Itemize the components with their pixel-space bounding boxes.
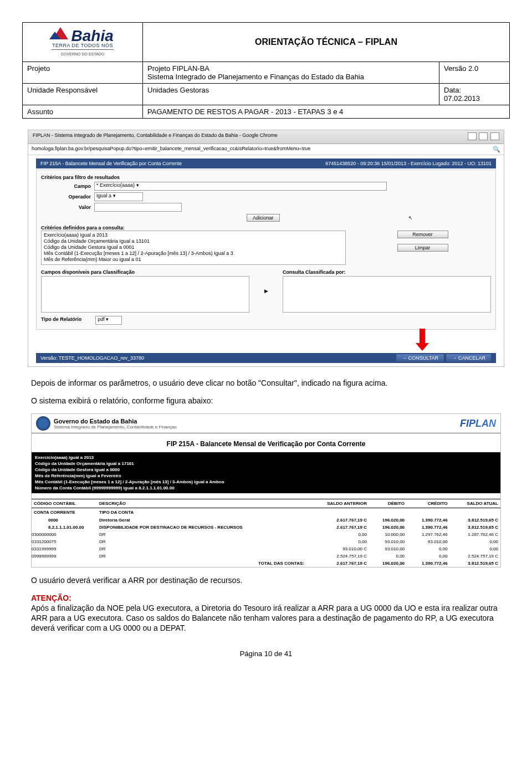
table-row: 0999999999DR2.524.757,19 C0,000,002.524.…	[32, 553, 500, 560]
panel-session-info: 67451438520 - 09:20:36 15/01/2013 - Exer…	[325, 161, 492, 166]
versao-footer: Versão: TESTE_HOMOLOGACAO_rev_33780	[40, 355, 144, 361]
th-descricao: DESCRIÇÃO	[97, 499, 306, 508]
consultar-button[interactable]: → CONSULTAR	[396, 354, 444, 362]
fiplan-logo: FIPLAN	[460, 418, 496, 430]
table-row: 0300000000DR0,0010.000,001.297.762,461.2…	[32, 531, 500, 538]
move-right-icon[interactable]: ▶	[264, 288, 268, 294]
panel-footer: Versão: TESTE_HOMOLOGACAO_rev_33780 → CO…	[36, 353, 496, 363]
header: Bahia TERRA DE TODOS NÓS GOVERNO DO ESTA…	[23, 23, 509, 62]
doc-title: ORIENTAÇÃO TÉCNICA – FIPLAN	[143, 23, 509, 62]
paragraph-1-text: Depois de informar os parâmetros, o usuá…	[31, 379, 387, 387]
definidos-label: Critérios definidos para a consulta:	[41, 225, 491, 231]
adicionar-button[interactable]: Adicionar	[247, 214, 280, 222]
minimize-icon[interactable]	[468, 132, 477, 140]
label-unidade: Unidade Responsável	[23, 84, 143, 105]
campo-label: Campo	[41, 183, 91, 189]
app-body: FIP 215A - Balancete Mensal de Verificaç…	[28, 155, 504, 366]
criterios-listbox[interactable]: Exercício(aaaa) Igual a 2013 Código da U…	[41, 231, 346, 265]
maximize-icon[interactable]	[479, 132, 488, 140]
value-data: Data: 07.02.2013	[439, 84, 509, 105]
address-bar: homologa.fiplan.ba.gov.br/pesquisaPopup.…	[28, 144, 504, 155]
th-tipo-conta: TIPO DA CONTA	[97, 508, 306, 517]
operador-label: Operador	[41, 194, 91, 200]
value-assunto: PAGAMENTO DE RESTOS A PAGAR - 2013 - ETA…	[143, 105, 509, 118]
paragraph-1: Depois de informar os parâmetros, o usuá…	[31, 378, 501, 388]
total-cre: 1.390.772,46	[407, 560, 450, 567]
logo-gov: GOVERNO DO ESTADO	[52, 52, 114, 56]
label-projeto: Projeto	[23, 62, 143, 83]
state-crest-icon	[36, 416, 50, 431]
table-row: 0331200075DR0,0093.010,0093.010,000,00	[32, 538, 500, 545]
value-projeto: Projeto FIPLAN-BA Sistema Integrado de P…	[143, 62, 439, 83]
bahia-logo: Bahia TERRA DE TODOS NÓS GOVERNO DO ESTA…	[52, 27, 114, 56]
screenshot-browser: FIPLAN - Sistema Integrado de Planejamen…	[28, 130, 504, 367]
th-saldo-anterior: SALDO ANTERIOR	[306, 499, 369, 508]
paragraph-2: O sistema exibirá o relatório, conforme …	[31, 396, 501, 406]
th-debito: DÉBITO	[369, 499, 407, 508]
total-satu: 3.812.519,65 C	[450, 560, 500, 567]
th-codigo: CÓDIGO CONTÁBIL	[32, 499, 97, 508]
gov-subtitle: Sistema Integrado de Planejamento, Conta…	[54, 425, 460, 430]
table-row: 8.2.1.1.1.01.00.00DISPONIBILIDADE POR DE…	[32, 524, 500, 531]
header-row-projeto: Projeto Projeto FIPLAN-BA Sistema Integr…	[23, 62, 509, 84]
report-table: CÓDIGO CONTÁBIL DESCRIÇÃO SALDO ANTERIOR…	[32, 499, 500, 567]
tipo-relatorio-label: Tipo de Relatório	[41, 316, 81, 322]
label-assunto: Assunto	[23, 105, 143, 118]
report-header: Governo do Estado da Bahia Sistema Integ…	[32, 414, 500, 433]
campo-value: Exercício(aaaa)	[100, 182, 135, 188]
filter-panel: Critérios para filtro de resultados Camp…	[36, 170, 496, 330]
window-titlebar: FIPLAN - Sistema Integrado de Planejamen…	[28, 130, 504, 144]
remover-button[interactable]: Remover	[397, 231, 448, 238]
value-unidade: Unidades Gestoras	[143, 84, 439, 105]
total-label: TOTAL DAS CONTAS:	[97, 560, 306, 567]
disponiveis-listbox[interactable]	[41, 276, 249, 313]
th-credito: CRÉDITO	[407, 499, 450, 508]
total-sa: 2.617.767,19 C	[306, 560, 369, 567]
tipo-relatorio-select[interactable]: pdf ▾	[95, 316, 122, 325]
criterios-label: Critérios para filtro de resultados	[41, 175, 491, 180]
table-header-row: CÓDIGO CONTÁBIL DESCRIÇÃO SALDO ANTERIOR…	[32, 499, 500, 508]
limpar-button[interactable]: Limpar	[397, 244, 448, 252]
cursor-icon: ↖	[408, 215, 413, 221]
operador-select[interactable]: Igual a ▾	[94, 192, 143, 201]
value-versao: Versão 2.0	[439, 62, 509, 83]
cancelar-button[interactable]: → CANCELAR	[446, 354, 492, 362]
panel-header: FIP 215A - Balancete Mensal de Verificaç…	[36, 159, 496, 168]
disponiveis-label: Campos disponíveis para Classificação	[41, 269, 249, 275]
paragraph-atencao: ATENÇÃO: Após a finalização da NOE pela …	[31, 593, 501, 633]
report-params: Exercício(aaaa) igual a 2013 Código da U…	[32, 452, 500, 493]
total-deb: 196.020,00	[369, 560, 407, 567]
valor-input[interactable]	[94, 203, 182, 212]
atencao-label: ATENÇÃO:	[31, 594, 71, 602]
window-buttons	[467, 132, 499, 141]
classificada-listbox[interactable]	[283, 276, 491, 313]
header-row-unidade: Unidade Responsável Unidades Gestoras Da…	[23, 84, 509, 105]
table-subheader-row: CONTA CORRENTE TIPO DA CONTA	[32, 508, 500, 517]
th-conta-corrente: CONTA CORRENTE	[32, 508, 97, 517]
table-row: 0000Diretoria Geral2.617.767,19 C196.020…	[32, 517, 500, 524]
gov-title: Governo do Estado da Bahia	[54, 418, 460, 425]
close-icon[interactable]	[490, 132, 499, 140]
table-row: 0331999999DR93.010,00 C93.010,000,000,00	[32, 545, 500, 553]
classificada-label: Consulta Classificada por:	[283, 269, 491, 275]
annotation-arrow	[36, 330, 496, 350]
window-title: FIPLAN - Sistema Integrado de Planejamen…	[33, 132, 278, 141]
document-frame: Bahia TERRA DE TODOS NÓS GOVERNO DO ESTA…	[22, 22, 510, 119]
table-total-row: TOTAL DAS CONTAS: 2.617.767,19 C 196.020…	[32, 560, 500, 567]
atencao-text: Após a finalização da NOE pela UG execut…	[31, 604, 498, 632]
bahia-logo-mark	[52, 27, 69, 42]
logo-tagline: TERRA DE TODOS NÓS	[52, 43, 114, 50]
header-row-assunto: Assunto PAGAMENTO DE RESTOS A PAGAR - 20…	[23, 105, 509, 118]
logo-name: Bahia	[71, 27, 114, 44]
paragraph-3: O usuário deverá verificar a ARR por des…	[31, 575, 501, 585]
operador-value: Igual a	[96, 193, 111, 198]
page-number: Página 10 de 41	[0, 650, 532, 658]
panel-title: FIP 215A - Balancete Mensal de Verificaç…	[40, 161, 182, 166]
report-title: FIP 215A - Balancete Mensal de Verificaç…	[32, 440, 500, 448]
screenshot-report: Governo do Estado da Bahia Sistema Integ…	[31, 413, 501, 568]
campo-select[interactable]: * Exercício(aaaa) ▾	[94, 182, 387, 191]
logo-cell: Bahia TERRA DE TODOS NÓS GOVERNO DO ESTA…	[23, 23, 143, 62]
search-icon[interactable]: 🔍	[493, 146, 500, 153]
th-saldo-atual: SALDO ATUAL	[450, 499, 500, 508]
url-text: homologa.fiplan.ba.gov.br/pesquisaPopup.…	[32, 146, 310, 153]
